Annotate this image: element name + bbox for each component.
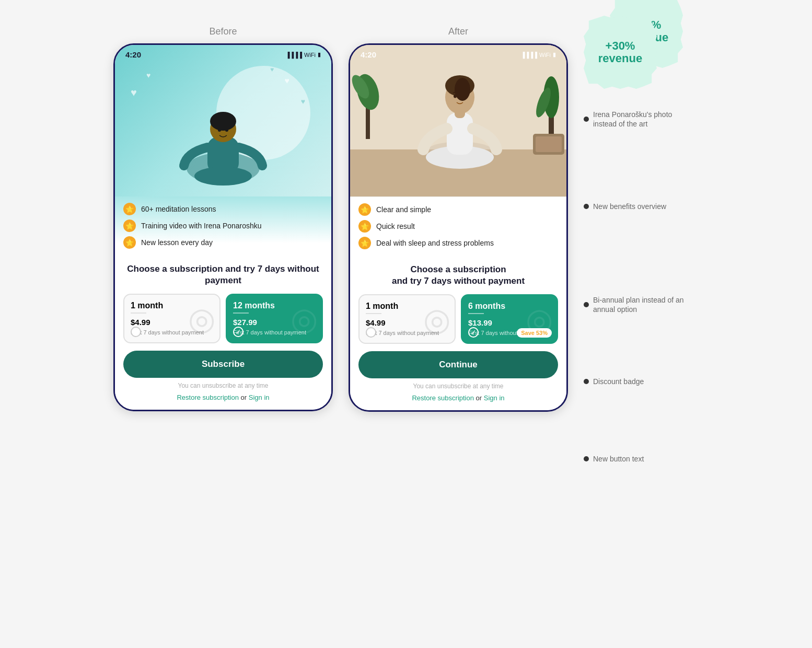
ann-text-plan: Bi-annual plan instead of an annual opti… [593, 295, 698, 314]
signin-link-after[interactable]: Sign in [484, 394, 505, 402]
svg-rect-22 [447, 113, 473, 155]
benefits-after: ⭐ Clear and simple ⭐ Quick result ⭐ Deal… [350, 196, 566, 256]
annotation-benefits: New benefits overview [584, 202, 699, 211]
plan-2-divider [233, 313, 249, 314]
benefit-item-2: ⭐ Training video with Irena Ponaroshku [123, 219, 323, 232]
benefit-item-3: ⭐ New lesson every day [123, 236, 323, 249]
after-label: After [349, 26, 568, 37]
star-icon-3: ⭐ [123, 236, 136, 249]
status-icons-after: ▐▐▐▐ WiFi ▮ [521, 51, 556, 58]
ann-text-badge: Discount badge [593, 377, 644, 386]
restore-link-before[interactable]: Restore subscription [177, 394, 239, 401]
svg-point-26 [455, 78, 470, 101]
phone-before: 4:20 ▐▐▐▐ WiFi ▮ ♥ ♥ [113, 43, 333, 411]
benefit-after-text-2: Quick result [376, 222, 415, 230]
svg-point-27 [454, 95, 457, 98]
svg-point-3 [210, 112, 236, 131]
annotation-button: New button text [584, 454, 699, 464]
star-icon-after-2: ⭐ [358, 220, 371, 233]
benefit-text-3: New lesson every day [141, 238, 213, 247]
star-icon-after-1: ⭐ [358, 203, 371, 216]
dot-button [584, 456, 589, 461]
ann-text-benefits: New benefits overview [593, 202, 666, 211]
battery-icon-after: ▮ [553, 51, 556, 58]
star-icon-2: ⭐ [123, 219, 136, 232]
signal-icon-after: ▐▐▐▐ [521, 52, 537, 58]
after-column: After 4:20 ▐▐▐▐ WiFi ▮ [349, 26, 568, 412]
benefit-after-1: ⭐ Clear and simple [358, 203, 558, 216]
subscribe-button[interactable]: Subscribe [123, 351, 323, 378]
subscription-title-before: Choose a subscription and try 7 days wit… [123, 263, 323, 286]
figure-svg [171, 85, 275, 189]
annotations-panel: +30%revenue Irena Ponarošku's photo inst… [584, 26, 699, 464]
plan-6-months-after[interactable]: 6 months $13.99 First 7 days without pay… [461, 294, 558, 344]
benefit-after-2: ⭐ Quick result [358, 220, 558, 233]
battery-icon: ▮ [318, 51, 321, 58]
star-icon-1: ⭐ [123, 203, 136, 215]
wifi-icon-after: WiFi [539, 52, 551, 58]
heart-1: ♥ [131, 87, 137, 99]
person-svg [350, 45, 566, 196]
benefit-item-1: ⭐ 60+ meditation lessons [123, 203, 323, 215]
plan-after-2-divider [468, 313, 484, 314]
phone-after: 4:20 ▐▐▐▐ WiFi ▮ [349, 43, 568, 412]
plans-row-after: 1 month $4.99 First 7 days without payme… [358, 294, 558, 344]
annotation-badge: Discount badge [584, 377, 699, 386]
svg-point-5 [218, 129, 221, 132]
hero-after: 4:20 ▐▐▐▐ WiFi ▮ [350, 45, 566, 196]
benefit-after-text-3: Deal with sleep and stress problems [376, 239, 494, 247]
before-label: Before [113, 26, 333, 37]
annotation-plan: Bi-annual plan instead of an annual opti… [584, 295, 699, 314]
dot-benefits [584, 204, 589, 209]
ann-text-button: New button text [593, 454, 644, 464]
benefit-after-text-1: Clear and simple [376, 205, 431, 214]
plan-after-1-divider [366, 313, 381, 314]
benefit-after-3: ⭐ Deal with sleep and stress problems [358, 237, 558, 249]
star-icon-after-3: ⭐ [358, 237, 371, 249]
restore-row-before: Restore subscription or Sign in [123, 394, 323, 401]
page-wrapper: +30%revenue Before 4:20 ▐▐▐▐ WiFi [10, 10, 802, 648]
signin-link-before[interactable]: Sign in [249, 394, 270, 401]
annotation-photo: Irena Ponarošku's photo instead of the a… [584, 110, 699, 129]
heart-3: ♥ [285, 76, 290, 86]
plan-1-month-after[interactable]: 1 month $4.99 First 7 days without payme… [358, 294, 456, 344]
time-before: 4:20 [125, 50, 141, 59]
svg-rect-19 [536, 136, 562, 152]
meditation-figure [171, 85, 275, 191]
continue-button[interactable]: Continue [358, 351, 558, 378]
dot-photo [584, 117, 589, 122]
dot-badge [584, 379, 589, 384]
heart-5: ♥ [270, 66, 274, 73]
status-bar-after: 4:20 ▐▐▐▐ WiFi ▮ [350, 45, 566, 62]
plan-1-watermark: ◎ [188, 300, 215, 337]
revenue-text: +30%revenue [598, 40, 642, 65]
subscription-title-after: Choose a subscriptionand try 7 days with… [358, 264, 558, 287]
plan-after-1-watermark: ◎ [423, 301, 450, 338]
unsub-note-before: You can unsubscribe at any time [123, 382, 323, 389]
ann-text-photo: Irena Ponarošku's photo instead of the a… [593, 110, 698, 129]
plan-1-divider [131, 313, 146, 314]
status-bar-before: 4:20 ▐▐▐▐ WiFi ▮ [115, 45, 331, 62]
revenue-badge: +30%revenue [584, 16, 657, 89]
or-text-after: or [476, 394, 484, 402]
time-after: 4:20 [361, 50, 376, 59]
benefit-text-1: 60+ meditation lessons [141, 205, 216, 213]
dot-plan [584, 302, 589, 307]
heart-2: ♥ [146, 71, 150, 79]
wifi-icon: WiFi [304, 52, 316, 58]
or-text-before: or [241, 394, 249, 401]
plan-1-month-before[interactable]: 1 month $4.99 First 7 days without payme… [123, 294, 221, 343]
status-icons-before: ▐▐▐▐ WiFi ▮ [286, 51, 321, 58]
plan-2-watermark: ◎ [291, 300, 318, 337]
plan-12-months-before[interactable]: 12 months $27.99 First 7 days without pa… [226, 294, 323, 343]
restore-link-after[interactable]: Restore subscription [412, 394, 474, 402]
hero-before: 4:20 ▐▐▐▐ WiFi ▮ ♥ ♥ [115, 45, 331, 196]
svg-point-6 [225, 129, 228, 132]
unsub-note-after: You can unsubscribe at any time [358, 383, 558, 390]
save-badge: Save 53% [517, 328, 552, 338]
svg-point-28 [463, 95, 466, 98]
benefit-text-2: Training video with Irena Ponaroshku [141, 222, 262, 230]
svg-point-4 [194, 167, 252, 186]
benefits-before: ⭐ 60+ meditation lessons ⭐ Training vide… [115, 196, 331, 255]
subscription-before: Choose a subscription and try 7 days wit… [115, 255, 331, 410]
